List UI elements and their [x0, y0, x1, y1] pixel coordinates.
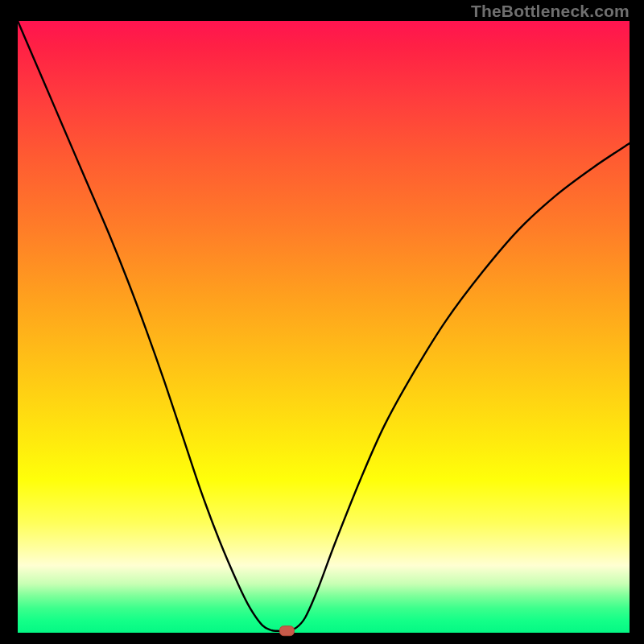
watermark-text: TheBottleneck.com	[471, 2, 630, 21]
optimal-marker	[279, 626, 294, 636]
chart-frame: TheBottleneck.com	[0, 0, 644, 644]
plot-area	[18, 21, 630, 633]
chart-svg	[18, 21, 630, 633]
bottleneck-curve	[18, 21, 630, 631]
